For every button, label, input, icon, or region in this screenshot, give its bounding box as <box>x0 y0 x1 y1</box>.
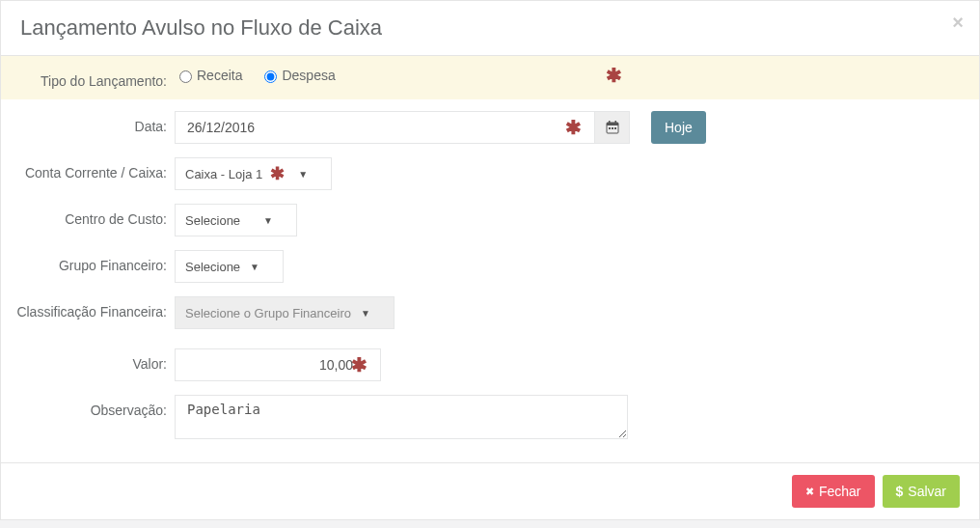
label-valor: Valor: <box>11 348 175 373</box>
select-centro-custo-value: Selecione <box>185 213 240 228</box>
calendar-icon <box>606 121 619 134</box>
label-observacao: Observação: <box>11 395 175 419</box>
row-centro-custo: Centro de Custo: Selecione ▼ <box>1 200 979 240</box>
chevron-down-icon: ▼ <box>298 169 308 180</box>
modal-lancamento-avulso: Lançamento Avulso no Fluxo de Caixa × Ti… <box>0 0 980 520</box>
svg-rect-2 <box>609 121 611 124</box>
row-conta-corrente: Conta Corrente / Caixa: Caixa - Loja 1 ✱… <box>1 153 979 194</box>
label-conta-corrente: Conta Corrente / Caixa: <box>11 157 175 181</box>
svg-rect-3 <box>614 121 616 124</box>
chevron-down-icon: ▼ <box>263 215 273 226</box>
label-classificacao-financeira: Classificação Financeira: <box>11 296 175 320</box>
svg-rect-1 <box>607 123 618 125</box>
asterisk-icon: ✱ <box>600 66 628 85</box>
row-valor: Valor: ✱ <box>1 345 979 385</box>
svg-rect-6 <box>614 127 616 129</box>
close-icon: ✖ <box>805 486 814 497</box>
radio-despesa-label: Despesa <box>282 68 335 83</box>
label-tipo-lancamento: Tipo do Lançamento: <box>11 66 175 90</box>
hoje-button[interactable]: Hoje <box>651 111 706 144</box>
svg-rect-4 <box>609 127 611 129</box>
modal-footer: ✖ Fechar $ Salvar <box>1 462 979 519</box>
close-icon[interactable]: × <box>952 13 964 32</box>
asterisk-icon: ✱ <box>559 118 587 137</box>
asterisk-icon: ✱ <box>345 355 373 375</box>
row-grupo-financeiro: Grupo Financeiro: Selecione ▼ <box>1 246 979 287</box>
modal-body: Tipo do Lançamento: Receita Despesa ✱ <box>1 56 979 462</box>
asterisk-icon: ✱ <box>270 165 285 182</box>
select-grupo-financeiro[interactable]: Selecione ▼ <box>175 250 284 283</box>
hoje-button-label: Hoje <box>665 120 693 135</box>
radio-receita-label: Receita <box>197 68 242 83</box>
row-observacao: Observação: <box>1 391 979 443</box>
select-classificacao-financeira-value: Selecione o Grupo Financeiro <box>185 306 351 320</box>
chevron-down-icon: ▼ <box>361 308 370 319</box>
chevron-down-icon: ▼ <box>250 262 259 272</box>
salvar-button-label: Salvar <box>908 484 946 499</box>
fechar-button-label: Fechar <box>819 484 861 499</box>
label-grupo-financeiro: Grupo Financeiro: <box>11 250 175 274</box>
row-classificacao-financeira: Classificação Financeira: Selecione o Gr… <box>1 292 979 333</box>
row-tipo-lancamento: Tipo do Lançamento: Receita Despesa ✱ <box>1 56 979 99</box>
select-grupo-financeiro-value: Selecione <box>185 260 240 274</box>
fechar-button[interactable]: ✖ Fechar <box>792 475 875 508</box>
label-centro-custo: Centro de Custo: <box>11 204 175 228</box>
radio-receita[interactable]: Receita <box>175 68 242 83</box>
select-conta-corrente-value: Caixa - Loja 1 <box>185 167 262 181</box>
radio-despesa[interactable]: Despesa <box>259 68 335 83</box>
calendar-button[interactable] <box>595 111 630 144</box>
row-data: Data: ✱ <box>1 107 979 148</box>
label-data: Data: <box>11 111 175 135</box>
date-input[interactable] <box>175 111 595 144</box>
select-conta-corrente[interactable]: Caixa - Loja 1 ✱ ▼ <box>175 157 332 190</box>
select-classificacao-financeira[interactable]: Selecione o Grupo Financeiro ▼ <box>175 296 395 329</box>
modal-title: Lançamento Avulso no Fluxo de Caixa <box>20 15 960 41</box>
radio-despesa-input[interactable] <box>264 70 277 83</box>
radio-receita-input[interactable] <box>179 70 192 83</box>
svg-rect-5 <box>612 127 613 129</box>
modal-header: Lançamento Avulso no Fluxo de Caixa × <box>1 1 979 56</box>
dollar-icon: $ <box>896 485 904 498</box>
observacao-textarea[interactable] <box>175 395 628 439</box>
salvar-button[interactable]: $ Salvar <box>883 475 960 508</box>
select-centro-custo[interactable]: Selecione ▼ <box>175 204 297 236</box>
